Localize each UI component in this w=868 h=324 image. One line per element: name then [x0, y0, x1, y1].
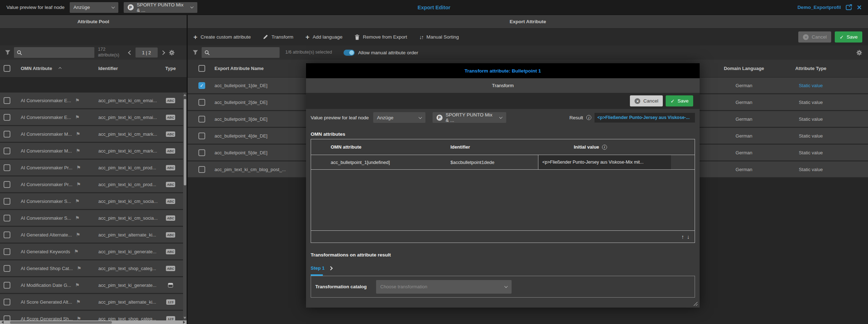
product-dropdown[interactable]: P SPORTY PUNTO Mix & ...	[433, 112, 506, 123]
omn-attributes-heading: OMN attributes	[311, 131, 695, 137]
transformation-select[interactable]: Choose transformation	[376, 280, 512, 294]
table-row[interactable]: AI Generated Shop Cat...⚑acc_pim_text_sh…	[0, 260, 187, 277]
chevron-down-icon	[504, 284, 508, 288]
table-row[interactable]: AI Conversionmaker S...⚑acc_pim_text_ki_…	[0, 210, 187, 227]
table-row[interactable]: AI Conversionmaker S...⚑acc_pim_text_ki_…	[0, 193, 187, 210]
modal-cancel-button[interactable]: × Cancel	[630, 95, 663, 106]
omn-table-row[interactable]: acc_bulletpoint_1[undefined] $accbulletp…	[311, 155, 695, 170]
info-icon: i	[602, 145, 607, 150]
row-checkbox[interactable]	[4, 114, 10, 121]
row-checkbox[interactable]	[4, 164, 10, 171]
manual-sorting-button[interactable]: ↓↑ Manual Sorting	[419, 34, 459, 40]
attribute-pool-panel: Attribute Pool 172attribute(s) 1 | 2	[0, 15, 187, 324]
gear-icon[interactable]	[856, 50, 862, 56]
chevron-right-icon[interactable]	[329, 266, 332, 270]
page-next-icon[interactable]	[161, 50, 165, 55]
col-domain-language: Domain Language	[702, 66, 786, 71]
vertical-scrollbar[interactable]	[183, 93, 187, 320]
page-prev-icon[interactable]	[128, 50, 133, 55]
table-row[interactable]: AI Generated Alternate...⚑acc_pim_text_a…	[0, 227, 187, 244]
text-type-icon: ABC	[166, 215, 176, 221]
row-checkbox[interactable]	[4, 148, 10, 154]
value-preview-label: Value preview for leaf node	[6, 5, 65, 10]
table-row[interactable]: AI Conversionmaker M...⚑acc_pim_text_ki_…	[0, 143, 187, 160]
table-row[interactable]: AI Conversionmaker Pr...⚑acc_pim_text_ki…	[0, 160, 187, 176]
row-checkbox[interactable]	[4, 181, 10, 188]
scrollbar-thumb[interactable]	[184, 99, 186, 185]
transformation-catalog-box: Transformation catalog Choose transforma…	[311, 276, 695, 298]
table-row[interactable]: AI Modification Date G...⚑acc_pim_text_k…	[0, 277, 187, 294]
table-row[interactable]: AI Score Generated Alt...⚑acc_pim_text_a…	[0, 294, 187, 311]
table-row[interactable]: AI Generated Keywords⚑acc_pim_text_ki_ge…	[0, 244, 187, 260]
remove-from-export-button[interactable]: Remove from Export	[355, 34, 407, 40]
filter-icon[interactable]	[5, 50, 10, 55]
scroll-left-icon[interactable]	[1, 321, 4, 324]
table-row[interactable]: AI Score Generated Sh...⚑acc_pim_text_sh…	[0, 311, 187, 320]
text-type-icon: ABC	[166, 165, 176, 170]
text-type-icon: ABC	[166, 232, 176, 238]
table-row[interactable]: AI Conversionmaker Pr...⚑acc_pim_text_ki…	[0, 176, 187, 193]
manual-order-toggle[interactable]	[344, 50, 355, 56]
add-language-button[interactable]: + Add language	[305, 34, 342, 40]
share-icon[interactable]	[845, 4, 852, 10]
row-checkbox[interactable]	[4, 97, 10, 104]
cancel-x-icon: ×	[803, 34, 809, 40]
move-up-icon[interactable]: ↑	[681, 234, 684, 240]
flag-icon: ⚑	[75, 282, 80, 288]
row-checkbox[interactable]	[4, 215, 10, 221]
search-input[interactable]	[212, 50, 277, 55]
row-checkbox[interactable]: ✓	[198, 82, 205, 89]
resize-handle-icon[interactable]	[693, 301, 697, 306]
cancel-button[interactable]: × Cancel	[798, 31, 831, 43]
modal-save-button[interactable]: ✓ Save	[666, 95, 693, 106]
row-checkbox[interactable]	[4, 265, 10, 272]
omn-attributes-table: OMN attribute Identifier Initial value i…	[311, 139, 695, 243]
initial-value-box: <p>Fließender Punto-Jersey aus Viskose-M…	[538, 155, 671, 169]
horizontal-scrollbar[interactable]	[0, 320, 187, 324]
row-checkbox[interactable]	[4, 282, 10, 289]
row-checkbox[interactable]	[4, 198, 10, 205]
table-row[interactable]: AI Conversionmaker M...⚑acc_pim_text_ki_…	[0, 126, 187, 143]
filter-icon[interactable]	[193, 50, 198, 55]
row-checkbox[interactable]	[4, 315, 10, 321]
row-checkbox[interactable]	[4, 231, 10, 238]
row-checkbox[interactable]	[198, 99, 205, 106]
scroll-up-icon[interactable]	[183, 94, 186, 96]
flag-icon: ⚑	[75, 114, 80, 120]
row-checkbox[interactable]	[4, 299, 10, 305]
move-down-icon[interactable]: ↓	[687, 234, 690, 240]
row-checkbox[interactable]	[4, 131, 10, 138]
search-input[interactable]	[24, 50, 92, 55]
row-checkbox[interactable]	[198, 166, 205, 173]
flag-icon: ⚑	[76, 131, 80, 137]
text-type-icon: ABC	[166, 115, 176, 120]
leaf-node-value: Anzüge	[74, 5, 90, 10]
row-checkbox[interactable]	[198, 149, 205, 156]
leaf-node-dropdown[interactable]: Anzüge	[70, 2, 118, 13]
flag-icon: ⚑	[77, 265, 82, 271]
create-custom-attribute-button[interactable]: + Create custom attribute	[193, 34, 251, 40]
product-badge: P	[128, 4, 134, 10]
transform-button[interactable]: Transform	[263, 34, 293, 40]
select-all-checkbox[interactable]	[198, 65, 205, 72]
tab-step-1[interactable]: Step 1	[311, 265, 325, 271]
scroll-down-icon[interactable]	[183, 317, 186, 319]
scrollbar-thumb[interactable]	[10, 321, 112, 324]
product-dropdown[interactable]: P SPORTY PUNTO Mix & ...	[124, 2, 197, 13]
sort-asc-icon[interactable]	[58, 67, 61, 70]
text-type-icon: ABC	[166, 182, 176, 187]
table-row[interactable]: AI Conversionmaker E...⚑acc_pim_text_ki_…	[0, 109, 187, 126]
gear-icon[interactable]	[169, 50, 175, 56]
top-bar: Value preview for leaf node Anzüge P SPO…	[0, 0, 868, 15]
row-checkbox[interactable]	[198, 133, 205, 139]
left-filter-row: 172attribute(s) 1 | 2	[0, 45, 187, 60]
save-button[interactable]: ✓ Save	[835, 31, 862, 43]
row-checkbox[interactable]	[198, 116, 205, 123]
scroll-right-icon[interactable]	[183, 321, 185, 324]
close-icon[interactable]: ×	[857, 4, 862, 11]
select-all-checkbox[interactable]	[4, 65, 10, 72]
flag-icon: ⚑	[75, 215, 80, 221]
row-checkbox[interactable]	[4, 248, 10, 255]
leaf-node-dropdown[interactable]: Anzüge	[373, 112, 425, 123]
table-row[interactable]: AI Conversionmaker E...⚑acc_pim_text_ki_…	[0, 93, 187, 109]
